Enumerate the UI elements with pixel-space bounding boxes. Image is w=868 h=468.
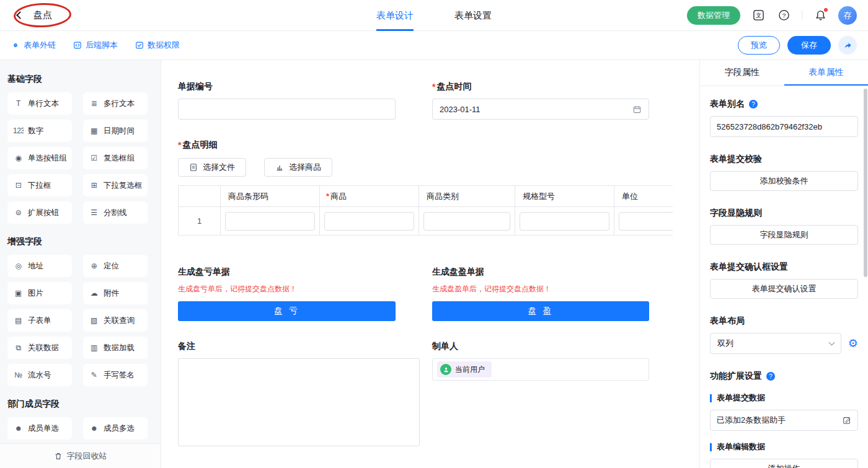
add-operation-button[interactable]: 添加操作	[710, 459, 858, 468]
help-icon[interactable]: ?	[749, 100, 758, 108]
data-load-icon: ▥	[89, 343, 99, 352]
bar-chart-icon	[275, 163, 284, 172]
visibility-rules-button[interactable]: 字段显隐规则	[710, 225, 858, 245]
field-library-item[interactable]: ⊡ 下拉框	[7, 174, 72, 196]
add-validation-button[interactable]: 添加校验条件	[710, 171, 858, 191]
field-library-item[interactable]: ☁ 附件	[83, 282, 148, 304]
field-inventory-date[interactable]: * 盘点时间 2023-01-11	[432, 81, 649, 120]
chevron-down-icon	[828, 339, 835, 345]
translate-button[interactable]: 文	[751, 8, 766, 23]
gain-button[interactable]: 盘 盈	[432, 301, 649, 321]
field-library-item[interactable]: ⊞ 下拉复选框	[83, 174, 148, 196]
tab-form-properties[interactable]: 表单属性	[784, 60, 868, 86]
field-library-item[interactable]: ☻ 成员单选	[7, 417, 72, 439]
help-icon[interactable]: ?	[766, 372, 775, 381]
field-library-item[interactable]: ⊕ 定位	[83, 255, 148, 277]
field-recycle-bin[interactable]: 字段回收站	[0, 443, 161, 468]
number-icon: 123	[13, 126, 24, 135]
table-cell-input[interactable]	[324, 212, 414, 231]
field-generate-loss[interactable]: 生成盘亏单据 生成盘亏单后，记得提交盘点数据！ 盘 亏	[178, 267, 396, 321]
content-area: 基础字段 T 单行文本 ≣ 多行文本 123	[0, 60, 868, 468]
field-library-item[interactable]: ▣ 图片	[7, 282, 72, 304]
field-library-item[interactable]: ▥ 数据加载	[83, 337, 148, 359]
avatar[interactable]: 存	[838, 6, 857, 25]
serial-number-icon: №	[13, 371, 24, 379]
tab-form-settings[interactable]: 表单设置	[454, 0, 492, 31]
form-title[interactable]: 盘点	[33, 9, 52, 21]
field-generate-gain[interactable]: 生成盘盈单据 生成盘盈单后，记得提交盘点数据！ 盘 盈	[432, 267, 649, 321]
tab-form-design[interactable]: 表单设计	[376, 0, 414, 31]
field-library-item[interactable]: ☰ 分割线	[83, 201, 148, 224]
field-library-item[interactable]: ▦ 日期时间	[83, 120, 148, 142]
external-link-button[interactable]: 表单外链	[11, 40, 56, 51]
backend-script-button[interactable]: 后端脚本	[73, 40, 118, 51]
scrollbar[interactable]	[864, 89, 867, 277]
remark-textarea[interactable]	[178, 358, 420, 446]
field-library-item[interactable]: № 流水号	[7, 364, 72, 386]
field-library-item[interactable]: ▧ 关联查询	[83, 309, 148, 332]
visibility-rules-label: 字段显隐规则	[710, 208, 858, 219]
field-library-item[interactable]: ☻ 成员多选	[83, 417, 148, 439]
field-library-item[interactable]: ◉ 单选按钮组	[7, 147, 72, 169]
notification-button[interactable]	[813, 8, 828, 23]
field-library-item[interactable]: 123 数字	[7, 120, 72, 142]
field-library-item[interactable]: ◎ 地址	[7, 255, 72, 277]
table-cell-input[interactable]	[225, 212, 315, 231]
data-permission-button[interactable]: 数据权限	[135, 40, 180, 51]
field-library-item[interactable]: ⧉ 关联数据	[7, 337, 72, 359]
datetime-icon: ▦	[89, 126, 99, 135]
row-index: 1	[179, 207, 221, 236]
table-cell-input[interactable]	[423, 212, 510, 231]
field-library-item[interactable]: ▤ 子表单	[7, 309, 72, 332]
field-doc-number[interactable]: 单据编号	[178, 81, 396, 120]
submit-data-box[interactable]: 已添加2条数据助手	[710, 410, 858, 431]
inventory-detail-label-text: 盘点明细	[182, 139, 217, 151]
member-single-select-icon: ☻	[13, 424, 24, 433]
back-button[interactable]	[11, 8, 26, 23]
field-library-item[interactable]: ⊜ 扩展按钮	[7, 201, 72, 224]
gear-icon[interactable]: ⚙	[848, 338, 858, 349]
select-goods-button[interactable]: 选择商品	[264, 158, 332, 177]
preview-button[interactable]: 预览	[738, 36, 780, 55]
field-library-item[interactable]: ≣ 多行文本	[83, 92, 148, 115]
doc-number-input[interactable]	[178, 99, 396, 120]
edit-icon[interactable]	[843, 416, 851, 425]
inventory-date-label-text: 盘点时间	[436, 81, 471, 92]
data-manage-button[interactable]: 数据管理	[687, 6, 740, 25]
inventory-detail-label: * 盘点明细	[178, 139, 673, 151]
script-icon	[73, 41, 82, 50]
creator-input[interactable]: 当前用户	[432, 358, 649, 381]
field-inventory-detail[interactable]: * 盘点明细 选择文件	[178, 139, 673, 236]
chevron-left-icon	[16, 11, 24, 19]
basic-fields-grid: T 单行文本 ≣ 多行文本 123 数字	[7, 92, 153, 224]
help-button[interactable]: ?	[776, 8, 791, 23]
select-file-label: 选择文件	[203, 162, 235, 173]
field-creator[interactable]: 制单人 当前用户	[432, 341, 649, 446]
layout-select[interactable]: 双列	[710, 333, 841, 354]
table-cell-input[interactable]	[520, 212, 609, 231]
field-library-item[interactable]: ✎ 手写签名	[83, 364, 148, 386]
form-alias-label-text: 表单别名	[710, 99, 745, 110]
field-library-item[interactable]: T 单行文本	[7, 92, 72, 115]
submit-confirm-button[interactable]: 表单提交确认设置	[710, 279, 858, 299]
external-link-label: 表单外链	[24, 40, 56, 51]
select-file-button[interactable]: 选择文件	[178, 158, 246, 177]
table-cell-input[interactable]	[619, 212, 673, 231]
inventory-date-input[interactable]: 2023-01-11	[432, 99, 649, 120]
field-item-label: 单行文本	[28, 99, 59, 109]
save-button[interactable]: 保存	[787, 36, 831, 55]
field-item-label: 附件	[104, 288, 119, 299]
form-alias-input[interactable]: 526523728d862b79462f32eb	[710, 116, 858, 137]
share-button[interactable]	[838, 36, 857, 55]
field-item-label: 复选框组	[104, 153, 135, 164]
checkbox-group-icon: ☑	[89, 154, 99, 162]
field-library-item[interactable]: ☑ 复选框组	[83, 147, 148, 169]
submit-data-label-text: 表单提交数据	[717, 392, 765, 404]
form-alias-value: 526523728d862b79462f32eb	[717, 122, 822, 131]
tab-field-properties[interactable]: 字段属性	[700, 60, 784, 86]
section-title-enhanced-fields: 增强字段	[7, 236, 153, 247]
field-item-label: 成员多选	[104, 423, 135, 434]
loss-button[interactable]: 盘 亏	[178, 301, 396, 321]
field-remark[interactable]: 备注	[178, 341, 396, 446]
backend-script-label: 后端脚本	[86, 40, 118, 51]
